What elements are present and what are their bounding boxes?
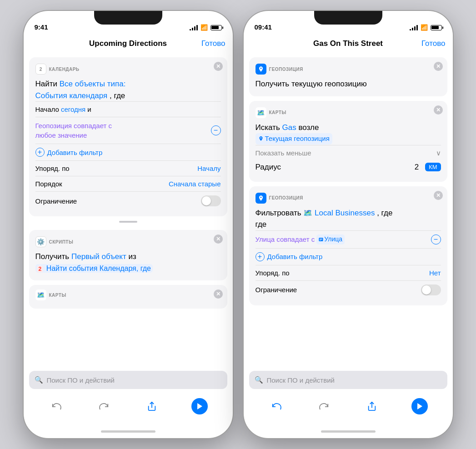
maps-search-body: Искать Gas возле Текущая геопозиция — [256, 122, 441, 145]
share-button-right[interactable] — [364, 398, 380, 414]
scripts-icon: ⚙️ — [35, 236, 46, 247]
start-row: Начало сегодня и — [35, 101, 221, 117]
calendar-card-close[interactable]: ✕ — [214, 62, 223, 71]
add-filter-icon-right: + — [256, 252, 265, 261]
sort-row-left: Упоряд. по Началу — [35, 160, 221, 176]
phone-right: 09:41 📶 Gas On This Street Готово — [244, 11, 453, 438]
scripts-card-body: Получить Первый объект из 2 Найти событи… — [35, 251, 221, 274]
calendar-card: ✕ 2 КАЛЕНДАРЬ Найти Все объекты типа:Соб… — [29, 57, 227, 216]
status-icons-right: 📶 — [410, 24, 442, 31]
divider-left — [119, 221, 137, 223]
sort-label-left: Упоряд. по — [35, 165, 70, 172]
sort-value-right[interactable]: Нет — [429, 269, 441, 277]
limit-toggle-right[interactable] — [421, 284, 441, 295]
location-filter-card-label: ГЕОПОЗИЦИЯ — [269, 195, 303, 200]
find-calendar-tag: 2 Найти события Календаря, где — [35, 264, 153, 273]
geo-filter-label: Геопозиция совпадает слюбое значение — [35, 121, 112, 140]
sort-row-right: Упоряд. по Нет — [256, 265, 441, 280]
sort-value-left[interactable]: Началу — [197, 165, 220, 172]
scripts-card-header: ⚙️ СКРИПТЫ — [35, 236, 221, 247]
scripts-card-label: СКРИПТЫ — [49, 239, 74, 244]
search-icon-left: 🔍 — [35, 376, 43, 384]
battery-icon-right — [431, 25, 442, 30]
location-card-1-body: Получить текущую геопозицию — [256, 78, 441, 90]
nav-bar-right: Gas On This Street Готово — [244, 34, 453, 54]
redo-button-left[interactable] — [96, 398, 112, 414]
current-location-tag: Текущая геопозиция — [256, 133, 332, 145]
nav-bar-left: Upcoming Directions Готово — [24, 34, 233, 54]
maps-icon-right: 🗺️ — [256, 107, 266, 118]
scroll-content-right: ✕ ГЕОПОЗИЦИЯ Получить текущую геопозицию… — [244, 54, 453, 371]
calendar-card-label: КАЛЕНДАРЬ — [49, 67, 80, 72]
wifi-icon-right: 📶 — [421, 24, 428, 31]
location-card-1-close[interactable]: ✕ — [434, 62, 443, 71]
scroll-content-left: ✕ 2 КАЛЕНДАРЬ Найти Все объекты типа:Соб… — [24, 54, 233, 371]
share-button-left[interactable] — [144, 398, 160, 414]
nav-done-left[interactable]: Готово — [201, 39, 225, 48]
maps-search-card-close[interactable]: ✕ — [434, 105, 443, 115]
nav-title-right: Gas On This Street — [313, 39, 383, 48]
status-icons-left: 📶 — [190, 24, 222, 31]
search-icon-right: 🔍 — [255, 376, 263, 384]
gas-highlight: Gas — [282, 123, 296, 132]
street-filter-minus[interactable]: − — [431, 234, 441, 244]
maps-card-close-left[interactable]: ✕ — [214, 289, 223, 299]
get-prefix: Получить — [35, 252, 71, 261]
order-value-left[interactable]: Сначала старые — [169, 180, 221, 188]
svg-marker-1 — [197, 403, 202, 409]
add-filter-row-left[interactable]: + Добавить фильтр — [35, 144, 221, 160]
scripts-card-close[interactable]: ✕ — [214, 234, 223, 244]
get-highlight: Первый объект — [71, 252, 126, 261]
find-suffix: , где — [110, 91, 125, 100]
find-prefix: Найти — [35, 80, 60, 88]
geo-filter-row: Геопозиция совпадает слюбое значение − — [35, 117, 221, 144]
calendar-card-header: 2 КАЛЕНДАРЬ — [35, 64, 221, 75]
location-filter-card: ✕ ГЕОПОЗИЦИЯ Фильтровать 🗺️ Local Busine… — [249, 186, 447, 305]
filter-prefix: Фильтровать — [256, 209, 304, 217]
search-placeholder-left: Поиск ПО и действий — [47, 376, 115, 384]
search-bar-right[interactable]: 🔍 Поиск ПО и действий — [249, 371, 447, 389]
search-bar-left[interactable]: 🔍 Поиск ПО и действий — [29, 371, 227, 389]
radius-value: 2 — [415, 163, 419, 172]
location-icon-2 — [256, 193, 266, 204]
play-button-right[interactable] — [411, 398, 428, 414]
order-label-left: Порядок — [35, 180, 62, 188]
notch-left — [94, 11, 162, 25]
show-less-label: Показать меньше — [256, 149, 311, 157]
bottom-toolbar-left — [24, 393, 233, 424]
wifi-icon-left: 📶 — [200, 24, 208, 31]
signal-icon-right — [410, 25, 418, 30]
location-filter-card-close[interactable]: ✕ — [434, 191, 443, 200]
search-mid-right: возле — [298, 123, 319, 132]
add-filter-row-right[interactable]: + Добавить фильтр — [256, 248, 441, 265]
filter-suffix: , где — [377, 209, 392, 217]
maps-search-card: ✕ 🗺️ КАРТЫ Искать Gas возле Текущая геоп… — [249, 101, 447, 182]
home-indicator-left — [24, 424, 233, 438]
sort-label-right: Упоряд. по — [256, 269, 290, 277]
redo-button-right[interactable] — [316, 398, 332, 414]
order-row-left: Порядок Сначала старые — [35, 176, 221, 191]
signal-icon-left — [190, 25, 198, 30]
geo-filter-minus[interactable]: − — [211, 125, 221, 135]
show-less-row[interactable]: Показать меньше ∨ — [256, 145, 441, 159]
calendar-icon: 2 — [35, 64, 46, 75]
undo-button-right[interactable] — [268, 398, 285, 414]
play-button-left[interactable] — [191, 398, 208, 414]
limit-toggle-left[interactable] — [201, 195, 221, 206]
local-businesses-highlight: Local Businesses — [315, 209, 375, 217]
street-tag: Улица — [316, 234, 345, 244]
calendar-card-body: Найти Все объекты типа:События календаря… — [35, 78, 221, 101]
street-filter-row: Улица совпадает с Улица − — [256, 230, 441, 248]
add-filter-label-right: Добавить фильтр — [267, 253, 323, 260]
undo-button-left[interactable] — [48, 398, 65, 414]
get-mid: из — [128, 252, 136, 261]
where-label: где — [256, 220, 267, 229]
status-time-right: 09:41 — [255, 23, 272, 31]
nav-done-right[interactable]: Готово — [421, 39, 446, 48]
radius-label: Радиус — [256, 163, 281, 172]
home-indicator-right — [244, 424, 453, 438]
location-card-1-header: ГЕОПОЗИЦИЯ — [256, 64, 441, 75]
search-prefix-right: Искать — [256, 123, 282, 132]
maps-card-label-left: КАРТЫ — [49, 293, 66, 298]
radius-row: Радиус 2 КМ — [256, 159, 441, 175]
